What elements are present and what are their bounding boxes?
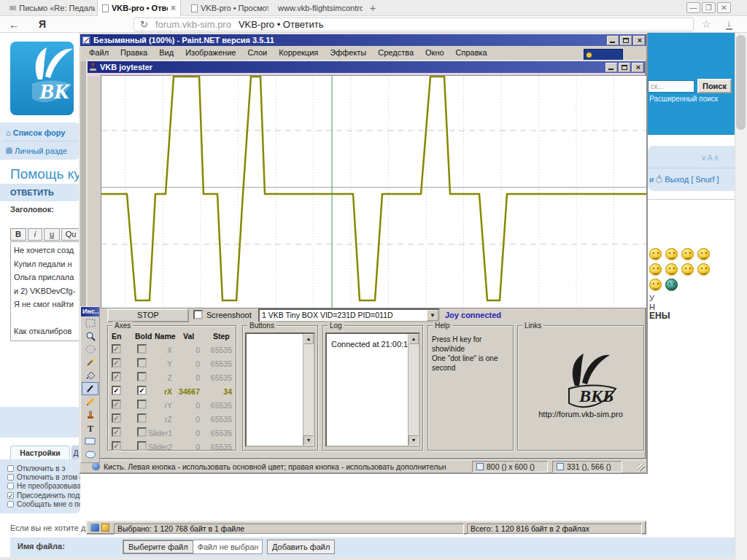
scroll-up-icon[interactable]: ▲ (409, 334, 419, 344)
underline-button[interactable]: u (44, 228, 60, 241)
tab-close-icon[interactable]: × (171, 3, 176, 13)
tab-settings[interactable]: Настройки (10, 446, 70, 459)
bold-button[interactable]: B (10, 228, 26, 241)
option-checkbox[interactable] (7, 465, 14, 472)
smiley-icon[interactable] (697, 263, 710, 276)
menu-edit[interactable]: Правка (115, 48, 153, 57)
axis-enable-checkbox[interactable]: ✓ (112, 427, 121, 437)
menu-image[interactable]: Изображение (179, 48, 241, 57)
close-button[interactable]: × (632, 63, 643, 72)
scroll-up-icon[interactable]: ▲ (303, 334, 314, 344)
text-tool-icon[interactable]: T (82, 421, 98, 435)
clone-stamp-tool-icon[interactable] (82, 408, 98, 421)
menu-layers[interactable]: Слои (241, 48, 273, 57)
add-file-button[interactable]: Добавить файл (267, 540, 335, 554)
tab-vkb-site[interactable]: www.vkb-flightsimcontrols (271, 0, 363, 16)
download-icon[interactable]: ↓ (726, 18, 732, 30)
smiley-icon[interactable] (681, 263, 694, 276)
menu-help[interactable]: Справка (450, 48, 493, 57)
paintbrush-tool-icon[interactable] (82, 382, 98, 395)
buttons-list[interactable]: ▲ ▲ (245, 332, 315, 447)
scroll-down-icon[interactable]: ▲ (409, 435, 419, 446)
advanced-search-link[interactable]: Расширенный поиск (649, 95, 718, 103)
axis-enable-checkbox[interactable]: ✓ (112, 386, 121, 395)
axis-enable-checkbox[interactable]: ✓ (112, 413, 121, 423)
quote-button[interactable]: Qu (61, 228, 80, 241)
axis-enable-checkbox[interactable]: ✓ (112, 400, 121, 409)
menu-window[interactable]: Окно (419, 48, 450, 57)
joytester-titlebar[interactable]: VKB joytester × (88, 61, 645, 73)
nav-private-section[interactable]: Личный разде (6, 147, 67, 155)
minimize-button[interactable] (605, 63, 617, 72)
search-input[interactable]: ск... (648, 80, 694, 93)
screenshot-checkbox[interactable] (193, 310, 203, 319)
option-checkbox[interactable] (7, 501, 14, 508)
font-size-widget[interactable]: ∨A∧ (701, 153, 720, 163)
resize-grip[interactable] (638, 464, 645, 471)
url-field[interactable]: ↻ forum.vkb-sim.pro VKB-pro • Ответить (133, 18, 694, 31)
window-restore-button[interactable]: ❒ (702, 2, 716, 13)
window-minimize-button[interactable]: — (686, 2, 700, 13)
smiley-icon[interactable] (681, 248, 694, 260)
tab-reply[interactable]: VKB-pro • Ответить × (97, 0, 181, 16)
zoom-tool-icon[interactable] (82, 330, 98, 343)
search-button[interactable]: Поиск (697, 79, 732, 93)
logout-link[interactable]: и Выход [ Snurf ] (649, 175, 719, 184)
reload-icon[interactable]: ↻ (140, 19, 148, 30)
axis-enable-checkbox[interactable]: ✓ (112, 358, 121, 368)
scroll-down-icon[interactable]: ▲ (303, 435, 314, 446)
scrollbar[interactable]: ▲ ▲ (408, 334, 419, 446)
ellipse-shape-tool-icon[interactable] (82, 448, 98, 461)
lasso-select-tool-icon[interactable] (82, 343, 98, 356)
option-checkbox[interactable] (7, 474, 14, 481)
forum-link[interactable]: http://forum.vkb-sim.pro (518, 410, 643, 419)
smiley-icon[interactable] (649, 248, 662, 260)
forum-logo[interactable]: ВК (10, 42, 74, 115)
window-close-button[interactable]: ✕ (717, 2, 731, 13)
bookmark-star-icon[interactable]: ☆ (702, 18, 711, 30)
device-select[interactable]: 1 VKB Tiny BOX VID=231D PID=011D ▼ (258, 308, 440, 322)
axis-enable-checkbox[interactable]: ✓ (112, 441, 121, 451)
axis-enable-checkbox[interactable]: ✓ (112, 372, 121, 381)
smiley-icon[interactable] (665, 248, 678, 260)
menu-effects[interactable]: Эффекты (324, 48, 372, 57)
smiley-icon[interactable] (649, 263, 662, 276)
italic-button[interactable]: i (28, 228, 42, 241)
browser-scrollbar-thumb[interactable] (736, 35, 746, 130)
option-checkbox[interactable]: ✓ (7, 492, 14, 499)
back-icon[interactable]: ← (9, 18, 20, 31)
tab-forum-view[interactable]: VKB-pro • Просмотр фору (187, 0, 268, 16)
message-textarea[interactable]: Не хочется созд Купил педали н Ольга при… (10, 241, 80, 341)
axis-enable-checkbox[interactable]: ✓ (112, 344, 121, 354)
paint-bucket-tool-icon[interactable] (82, 369, 98, 382)
yandex-logo[interactable]: Я (39, 18, 46, 30)
nav-forum-list[interactable]: ⌂ Список фору (6, 128, 65, 137)
smiley-icon[interactable] (697, 248, 710, 260)
smiley-icon[interactable] (649, 279, 662, 291)
file-input[interactable]: Выберите файл Файл не выбран (123, 540, 263, 554)
maximize-button[interactable] (619, 63, 630, 72)
pencil-tool-icon[interactable] (82, 395, 98, 408)
paintnet-titlebar[interactable]: Безымянный (100%) - Paint.NET версия 3.5… (80, 34, 646, 46)
stop-button[interactable]: STOP (107, 308, 189, 322)
rect-select-tool-icon[interactable] (82, 316, 98, 330)
menu-adjustments[interactable]: Коррекция (273, 48, 324, 57)
log-list[interactable]: Connected at 21:00:17 ▲ ▲ (325, 332, 420, 447)
color-swatch[interactable] (584, 49, 623, 61)
tab-mail[interactable]: ✉ Письмо «Re: Педали» — (5, 0, 95, 16)
chevron-down-icon[interactable]: ▼ (427, 310, 438, 321)
menu-utilities[interactable]: Средства (372, 48, 419, 57)
smiley-icon[interactable] (665, 279, 678, 291)
rectangle-shape-tool-icon[interactable] (82, 435, 98, 448)
close-button[interactable]: × (633, 36, 645, 45)
option-checkbox[interactable] (7, 483, 14, 489)
menu-view[interactable]: Вид (153, 48, 179, 57)
smiley-icon[interactable] (665, 263, 678, 276)
menu-file[interactable]: Файл (83, 48, 115, 57)
scrollbar[interactable]: ▲ ▲ (303, 334, 314, 446)
maximize-button[interactable] (620, 36, 632, 45)
new-tab-button[interactable]: + (366, 1, 379, 15)
choose-file-button[interactable]: Выберите файл (123, 540, 193, 553)
magic-wand-tool-icon[interactable] (82, 356, 98, 369)
tools-palette-title[interactable]: Инс... (81, 307, 99, 316)
